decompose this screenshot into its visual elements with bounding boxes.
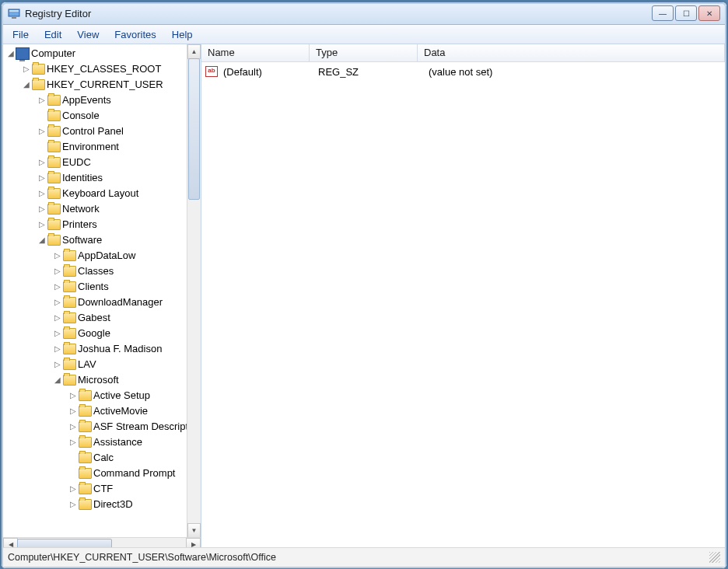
tree-node-software[interactable]: ◢Software bbox=[3, 232, 201, 248]
statusbar-path: Computer\HKEY_CURRENT_USER\Software\Micr… bbox=[8, 552, 276, 563]
folder-icon bbox=[47, 172, 61, 184]
value-data: (value not set) bbox=[424, 66, 725, 78]
minimize-button[interactable]: — bbox=[652, 5, 674, 21]
expand-toggle-icon[interactable]: ▷ bbox=[53, 341, 62, 357]
resize-grip-icon[interactable] bbox=[709, 552, 720, 563]
tree-label: Command Prompt bbox=[92, 466, 175, 481]
expand-toggle-icon[interactable]: ▷ bbox=[68, 497, 78, 512]
statusbar: Computer\HKEY_CURRENT_USER\Software\Micr… bbox=[3, 547, 725, 567]
titlebar[interactable]: Registry Editor — ☐ ✕ bbox=[2, 2, 726, 25]
tree-vertical-scrollbar[interactable]: ▲ ▼ bbox=[187, 44, 201, 551]
scroll-thumb[interactable] bbox=[188, 58, 200, 200]
tree-label: Direct3D bbox=[92, 497, 133, 512]
tree-node-hkcr[interactable]: ▷ HKEY_CLASSES_ROOT bbox=[3, 61, 201, 77]
menu-help[interactable]: Help bbox=[164, 26, 201, 43]
expand-toggle-icon[interactable]: ▷ bbox=[37, 186, 47, 201]
value-row[interactable]: ab (Default) REG_SZ (value not set) bbox=[201, 64, 725, 79]
expand-toggle-icon[interactable]: ▷ bbox=[22, 61, 31, 77]
expand-toggle-icon[interactable]: ▷ bbox=[53, 357, 62, 372]
scroll-down-button[interactable]: ▼ bbox=[187, 523, 201, 538]
tree-node-keyboard[interactable]: ▷Keyboard Layout bbox=[3, 186, 201, 201]
menu-view[interactable]: View bbox=[69, 26, 107, 43]
expand-toggle-icon[interactable]: ◢ bbox=[6, 46, 16, 61]
expand-toggle-icon[interactable]: ▷ bbox=[68, 435, 78, 450]
registry-tree[interactable]: ◢ Computer ▷ HKEY_CLASSES_ROOT ◢ HKEY_CU… bbox=[3, 44, 201, 526]
folder-icon bbox=[78, 498, 92, 511]
tree-node-direct3d[interactable]: ▷Direct3D bbox=[3, 497, 201, 512]
expand-toggle-icon[interactable]: ▷ bbox=[53, 264, 62, 279]
tree-node-printers[interactable]: ▷Printers bbox=[3, 217, 201, 232]
expand-toggle-icon[interactable]: ▷ bbox=[68, 403, 78, 419]
tree-node-google[interactable]: ▷Google bbox=[3, 326, 201, 341]
maximize-button[interactable]: ☐ bbox=[675, 5, 697, 21]
tree-node-hkcu[interactable]: ◢ HKEY_CURRENT_USER bbox=[3, 77, 201, 93]
tree-node-ctf[interactable]: ▷CTF bbox=[3, 481, 201, 497]
expand-toggle-icon[interactable]: ▷ bbox=[53, 295, 62, 310]
tree-node-cmd[interactable]: ·Command Prompt bbox=[3, 466, 201, 481]
tree-node-activesetup[interactable]: ▷Active Setup bbox=[3, 388, 201, 403]
expand-toggle-icon[interactable]: ▷ bbox=[68, 388, 78, 403]
tree-node-console[interactable]: ·Console bbox=[3, 108, 201, 124]
tree-node-calc[interactable]: ·Calc bbox=[3, 450, 201, 466]
tree-label: Joshua F. Madison bbox=[76, 341, 162, 357]
tree-label: Printers bbox=[61, 217, 97, 232]
tree-node-microsoft[interactable]: ◢Microsoft bbox=[3, 372, 201, 388]
tree-label: DownloadManager bbox=[76, 295, 163, 310]
expand-toggle-icon[interactable]: ◢ bbox=[53, 372, 62, 388]
column-header-type[interactable]: Type bbox=[310, 44, 418, 61]
tree-node-lav[interactable]: ▷LAV bbox=[3, 357, 201, 372]
tree-node-appevents[interactable]: ▷AppEvents bbox=[3, 93, 201, 108]
column-header-name[interactable]: Name bbox=[201, 44, 310, 61]
expand-toggle-icon[interactable]: ▷ bbox=[37, 124, 47, 139]
column-header-data[interactable]: Data bbox=[418, 44, 725, 61]
expand-toggle-icon[interactable]: ▷ bbox=[53, 279, 62, 295]
expand-toggle-icon[interactable]: ▷ bbox=[53, 326, 62, 341]
expand-toggle-icon[interactable]: ▷ bbox=[37, 217, 47, 232]
tree-node-computer[interactable]: ◢ Computer bbox=[3, 46, 201, 61]
folder-icon bbox=[78, 452, 92, 464]
expand-toggle-icon[interactable]: ◢ bbox=[22, 77, 31, 93]
expand-toggle-icon[interactable]: ▷ bbox=[53, 248, 62, 264]
tree-node-assistance[interactable]: ▷Assistance bbox=[3, 435, 201, 450]
expand-toggle-icon[interactable]: ▷ bbox=[37, 170, 47, 186]
folder-icon bbox=[78, 421, 92, 433]
expand-toggle-icon[interactable]: ▷ bbox=[37, 93, 47, 108]
values-list[interactable]: ab (Default) REG_SZ (value not set) bbox=[201, 62, 725, 81]
tree-node-joshua[interactable]: ▷Joshua F. Madison bbox=[3, 341, 201, 357]
folder-icon bbox=[78, 389, 92, 402]
tree-node-eudc[interactable]: ▷EUDC bbox=[3, 155, 201, 170]
tree-node-appdatalow[interactable]: ▷AppDataLow bbox=[3, 248, 201, 264]
tree-node-downloadmanager[interactable]: ▷DownloadManager bbox=[3, 295, 201, 310]
svg-rect-2 bbox=[12, 17, 16, 19]
folder-icon bbox=[47, 94, 61, 106]
folder-icon bbox=[31, 79, 45, 91]
scroll-up-button[interactable]: ▲ bbox=[187, 44, 201, 59]
expand-toggle-icon[interactable]: ▷ bbox=[37, 155, 47, 170]
tree-label: CTF bbox=[92, 481, 113, 497]
tree-node-activemovie[interactable]: ▷ActiveMovie bbox=[3, 403, 201, 419]
tree-node-environment[interactable]: ·Environment bbox=[3, 139, 201, 155]
tree-node-identities[interactable]: ▷Identities bbox=[3, 170, 201, 186]
tree-node-network[interactable]: ▷Network bbox=[3, 201, 201, 217]
expand-toggle-icon[interactable]: ▷ bbox=[68, 419, 78, 435]
tree-label: Control Panel bbox=[61, 124, 124, 139]
tree-node-controlpanel[interactable]: ▷Control Panel bbox=[3, 124, 201, 139]
folder-icon bbox=[62, 265, 76, 278]
tree-node-classes[interactable]: ▷Classes bbox=[3, 264, 201, 279]
expand-toggle-icon[interactable]: ▷ bbox=[68, 481, 78, 497]
tree-node-asf[interactable]: ▷ASF Stream Descriptor bbox=[3, 419, 201, 435]
folder-icon bbox=[62, 281, 76, 293]
folder-icon bbox=[62, 250, 76, 262]
tree-label: EUDC bbox=[61, 155, 91, 170]
tree-node-clients[interactable]: ▷Clients bbox=[3, 279, 201, 295]
folder-icon bbox=[78, 405, 92, 417]
folder-icon bbox=[31, 63, 45, 75]
expand-toggle-icon[interactable]: ▷ bbox=[53, 310, 62, 326]
menu-favorites[interactable]: Favorites bbox=[107, 26, 163, 43]
close-button[interactable]: ✕ bbox=[698, 5, 720, 21]
menu-file[interactable]: File bbox=[5, 26, 37, 43]
expand-toggle-icon[interactable]: ▷ bbox=[37, 201, 47, 217]
menu-edit[interactable]: Edit bbox=[37, 26, 69, 43]
expand-toggle-icon[interactable]: ◢ bbox=[37, 232, 47, 248]
tree-node-gabest[interactable]: ▷Gabest bbox=[3, 310, 201, 326]
